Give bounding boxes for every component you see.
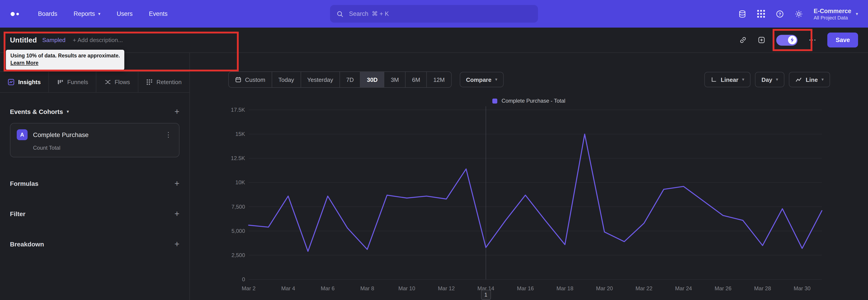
range-7d[interactable]: 7D bbox=[340, 72, 361, 87]
sampling-toggle[interactable] bbox=[776, 35, 798, 46]
range-yesterday[interactable]: Yesterday bbox=[301, 72, 340, 87]
event-card[interactable]: A Complete Purchase ⋮ Count Total bbox=[10, 123, 180, 157]
project-name: E-Commerce bbox=[813, 7, 851, 14]
section-label[interactable]: Breakdown bbox=[10, 240, 44, 247]
more-options-icon[interactable]: ⋯ bbox=[809, 35, 817, 45]
legend-label: Complete Purchase - Total bbox=[502, 98, 565, 104]
tab-retention[interactable]: Retention bbox=[138, 72, 189, 92]
report-title[interactable]: Untitled bbox=[10, 36, 37, 44]
range-custom[interactable]: Custom bbox=[229, 72, 272, 87]
app-logo-icon[interactable] bbox=[10, 11, 22, 17]
chevron-down-icon: ▾ bbox=[822, 77, 824, 82]
project-text: E-Commerce All Project Data bbox=[813, 7, 851, 20]
compare-button[interactable]: Compare ▾ bbox=[460, 72, 504, 87]
share-link-icon[interactable] bbox=[739, 36, 747, 44]
svg-text:Mar 24: Mar 24 bbox=[675, 285, 692, 292]
line-chart-icon bbox=[795, 76, 802, 83]
nav-link-reports[interactable]: Reports▾ bbox=[74, 10, 101, 17]
report-type-tabs: InsightsFunnelsFlowsRetention bbox=[0, 71, 189, 93]
section-formulas: Formulas+ bbox=[10, 179, 180, 188]
pagination-page-1[interactable]: 1 bbox=[481, 290, 491, 300]
svg-text:Mar 18: Mar 18 bbox=[557, 285, 574, 292]
chart-type-select[interactable]: Line ▾ bbox=[789, 72, 830, 87]
svg-text:Mar 30: Mar 30 bbox=[794, 285, 811, 292]
section-label[interactable]: Formulas bbox=[10, 180, 38, 187]
section-label[interactable]: Filter bbox=[10, 210, 25, 217]
chart-toolbar: CustomTodayYesterday7D30D3M6M12M Compare… bbox=[228, 71, 830, 88]
navbar-right: ? E-Commerce All Project Data ▾ bbox=[738, 7, 858, 20]
add-filter-button[interactable]: + bbox=[175, 209, 180, 218]
range-today[interactable]: Today bbox=[272, 72, 301, 87]
svg-text:Mar 12: Mar 12 bbox=[438, 285, 455, 292]
nav-link-events[interactable]: Events bbox=[149, 10, 168, 17]
range-3m[interactable]: 3M bbox=[384, 72, 406, 87]
chart-legend[interactable]: Complete Purchase - Total bbox=[228, 97, 830, 104]
learn-more-link[interactable]: Learn More bbox=[10, 60, 38, 65]
flows-icon bbox=[104, 79, 111, 86]
granularity-select[interactable]: Day ▾ bbox=[755, 72, 784, 87]
project-selector[interactable]: E-Commerce All Project Data ▾ bbox=[813, 7, 858, 20]
range-6m[interactable]: 6M bbox=[406, 72, 427, 87]
tab-label: Retention bbox=[156, 79, 182, 86]
date-range-control: CustomTodayYesterday7D30D3M6M12M bbox=[228, 71, 452, 88]
events-cohorts-header[interactable]: Events & Cohorts ▾ bbox=[10, 108, 69, 115]
chevron-down-icon: ▾ bbox=[856, 11, 858, 16]
event-name[interactable]: Complete Purchase bbox=[33, 131, 89, 138]
search-bar[interactable] bbox=[330, 5, 538, 23]
nav-link-users[interactable]: Users bbox=[117, 10, 133, 17]
range-12m[interactable]: 12M bbox=[427, 72, 451, 87]
svg-text:Mar 26: Mar 26 bbox=[715, 285, 732, 292]
save-button[interactable]: Save bbox=[828, 33, 858, 48]
query-builder: Events & Cohorts ▾ + A Complete Purchase… bbox=[0, 107, 189, 248]
sampled-badge[interactable]: Sampled bbox=[42, 37, 66, 43]
tab-funnels[interactable]: Funnels bbox=[49, 72, 96, 92]
sidebar: InsightsFunnelsFlowsRetention Events & C… bbox=[0, 53, 190, 300]
svg-text:Mar 6: Mar 6 bbox=[321, 285, 335, 292]
svg-text:Mar 10: Mar 10 bbox=[398, 285, 415, 292]
svg-text:Mar 20: Mar 20 bbox=[596, 285, 613, 292]
tab-flows[interactable]: Flows bbox=[96, 72, 138, 92]
svg-text:17.5K: 17.5K bbox=[231, 107, 245, 113]
svg-text:12.5K: 12.5K bbox=[231, 155, 245, 161]
scale-select[interactable]: Linear ▾ bbox=[705, 72, 751, 87]
add-formulas-button[interactable]: + bbox=[175, 179, 180, 188]
section-breakdown: Breakdown+ bbox=[10, 240, 180, 248]
kebab-menu-icon[interactable]: ⋮ bbox=[164, 131, 173, 139]
svg-text:?: ? bbox=[778, 11, 781, 16]
tab-label: Insights bbox=[18, 79, 41, 86]
add-event-button[interactable]: + bbox=[175, 107, 180, 116]
funnels-icon bbox=[57, 79, 64, 86]
nav-links: BoardsReports▾UsersEvents bbox=[38, 10, 167, 17]
search-input[interactable] bbox=[348, 10, 532, 18]
svg-text:Mar 22: Mar 22 bbox=[636, 285, 653, 292]
report-header-bar: Untitled Sampled + Add description... ⋯ … bbox=[0, 28, 868, 53]
svg-text:Mar 28: Mar 28 bbox=[754, 285, 771, 292]
help-icon[interactable]: ? bbox=[776, 10, 784, 18]
insights-icon bbox=[8, 79, 15, 86]
add-breakdown-button[interactable]: + bbox=[175, 240, 180, 248]
event-aggregation[interactable]: Count Total bbox=[33, 145, 173, 151]
svg-text:Mar 2: Mar 2 bbox=[242, 285, 255, 292]
tooltip-text: Using 10% of data. Results are approxima… bbox=[10, 53, 120, 58]
add-to-board-icon[interactable] bbox=[758, 36, 766, 44]
nav-link-boards[interactable]: Boards bbox=[38, 10, 57, 17]
main-content: CustomTodayYesterday7D30D3M6M12M Compare… bbox=[190, 53, 868, 300]
data-icon[interactable] bbox=[738, 10, 746, 18]
tab-label: Flows bbox=[115, 79, 130, 86]
tab-insights[interactable]: Insights bbox=[0, 72, 49, 92]
events-cohorts-header-row: Events & Cohorts ▾ + bbox=[10, 107, 180, 116]
section-filter: Filter+ bbox=[10, 209, 180, 218]
apps-grid-icon[interactable] bbox=[757, 10, 765, 18]
project-subtitle: All Project Data bbox=[813, 15, 851, 20]
settings-gear-icon[interactable] bbox=[795, 10, 803, 18]
top-navbar: BoardsReports▾UsersEvents ? E-Commerce bbox=[0, 0, 868, 28]
svg-text:5,000: 5,000 bbox=[231, 228, 245, 234]
range-30d[interactable]: 30D bbox=[361, 72, 384, 87]
svg-text:Mar 16: Mar 16 bbox=[517, 285, 534, 292]
chart-area: Complete Purchase - Total 02,5005,0007,5… bbox=[228, 97, 830, 300]
add-description[interactable]: + Add description... bbox=[73, 37, 123, 43]
svg-text:7,500: 7,500 bbox=[231, 204, 245, 210]
linear-axis-icon bbox=[711, 77, 717, 83]
line-chart[interactable]: 02,5005,0007,50010K12.5K15K17.5KMar 2Mar… bbox=[228, 106, 830, 293]
sampling-tooltip: Using 10% of data. Results are approxima… bbox=[6, 50, 124, 70]
